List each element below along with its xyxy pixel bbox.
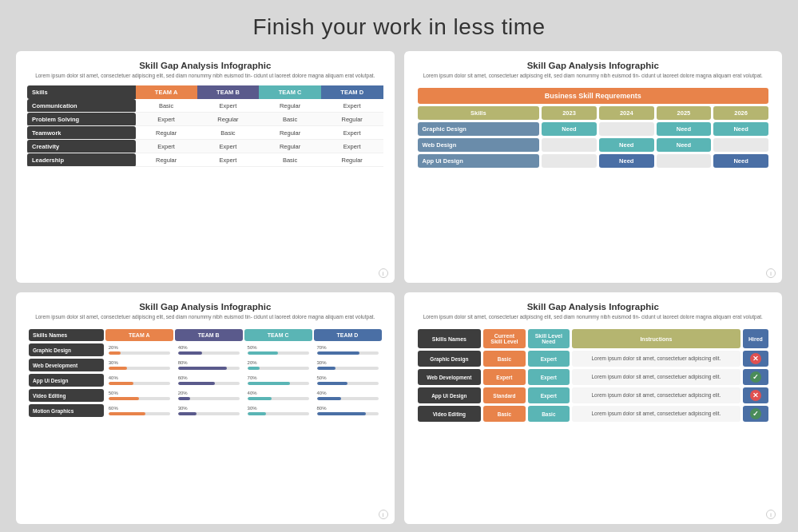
wd-2024: Need xyxy=(599,138,654,152)
progress-cell: 50% xyxy=(105,389,173,402)
hired-cell: ✓ xyxy=(743,406,768,422)
skill-value-cell: Expert xyxy=(321,126,383,140)
progress-cell: 80% xyxy=(175,359,243,371)
th-skills: Skills xyxy=(27,85,136,99)
progress-cell: 30% xyxy=(105,359,173,371)
skill-name-cell: Web Development xyxy=(418,369,482,385)
app-2023 xyxy=(542,154,597,168)
skill-value-cell: Regular xyxy=(321,153,383,167)
progress-cell: 80% xyxy=(314,404,382,417)
table-row: TeamworkRegularBasicRegularExpert xyxy=(27,126,383,140)
skill-name-cell: Leadership xyxy=(27,153,136,167)
hired-cell: ✕ xyxy=(743,351,768,367)
skill-value-cell: Regular xyxy=(136,126,197,140)
card1-subtitle: Lorem ipsum dolor sit amet, consectetuer… xyxy=(27,72,383,79)
wd-2025: Need xyxy=(657,138,712,152)
skill-value-cell: Basic xyxy=(259,153,321,167)
row-web-design: Web Design xyxy=(418,138,540,152)
cards-grid: Skill Gap Analysis Infographic Lorem ips… xyxy=(16,51,782,524)
gd-2024 xyxy=(599,122,654,136)
progress-cell: 40% xyxy=(105,374,173,387)
th-team-d: TEAM D xyxy=(321,85,383,99)
table-row: CommunicationBasicExpertRegularExpert xyxy=(27,99,383,113)
progress-cell: 40% xyxy=(175,343,243,356)
th-team-b: TEAM B xyxy=(197,85,260,99)
business-skill-header: Business Skill Requrements xyxy=(418,88,769,104)
th-team-c: TEAM C xyxy=(259,85,321,99)
skill-value-cell: Regular xyxy=(321,113,383,126)
card1: Skill Gap Analysis Infographic Lorem ips… xyxy=(16,51,395,283)
app-2026: Need xyxy=(713,154,768,168)
progress-cell: 40% xyxy=(244,389,312,402)
instructions-cell: Lorem ipsum dolor sit amet, consectetuer… xyxy=(572,387,740,403)
x-icon: ✕ xyxy=(750,353,761,364)
check-icon: ✓ xyxy=(750,408,761,419)
card4-subtitle: Lorem ipsum dolor sit amet, consectetuer… xyxy=(415,313,772,320)
card1-title: Skill Gap Analysis Infographic xyxy=(27,61,383,70)
progress-cell: 60% xyxy=(175,374,243,387)
col-2026: 2026 xyxy=(713,106,768,120)
table-row: Graphic DesignBasicExpertLorem ipsum dol… xyxy=(418,351,769,367)
table-row: CreativityExpertExpertRegularExpert xyxy=(27,140,383,153)
current-skill-cell: Basic xyxy=(483,406,525,422)
th4-skills: Skills Names xyxy=(418,329,482,348)
wd-2023 xyxy=(542,138,597,152)
current-skill-cell: Standard xyxy=(483,387,525,403)
progress-cell: 20% xyxy=(105,343,173,356)
hired-cell: ✕ xyxy=(743,387,768,403)
th4-current: CurrentSkill Level xyxy=(483,329,525,348)
skill-name-cell: Graphic Design xyxy=(418,351,482,367)
table-row: App Ui Design 40% 60% 70% 50% xyxy=(29,374,382,387)
progress-cell: 50% xyxy=(314,374,382,387)
x-icon: ✕ xyxy=(750,390,761,401)
card2-title: Skill Gap Analysis Infographic xyxy=(415,61,772,70)
skill-value-cell: Expert xyxy=(321,140,383,153)
table-row: Web Development 30% 80% 20% 30% xyxy=(29,359,382,371)
col-2024: 2024 xyxy=(599,106,654,120)
card3-title: Skill Gap Analysis Infographic xyxy=(27,302,383,312)
progress-cell: 30% xyxy=(314,359,382,371)
th3-team-d: TEAM D xyxy=(314,329,382,341)
card2: Skill Gap Analysis Infographic Lorem ips… xyxy=(404,51,783,283)
skill-value-cell: Basic xyxy=(136,99,197,113)
card3-table: Skills Names TEAM A TEAM B TEAM C TEAM D… xyxy=(27,327,383,419)
skill-name-cell: Creativity xyxy=(27,140,136,153)
progress-cell: 40% xyxy=(314,389,382,402)
page-title: Finish your work in less time xyxy=(252,14,545,40)
table-row: Motion Graphics 60% 30% 30% 80% xyxy=(29,404,382,417)
skill-name-cell: Communication xyxy=(27,99,136,113)
th3-team-b: TEAM B xyxy=(175,329,243,341)
skill-need-cell: Basic xyxy=(528,406,570,422)
row-graphic-design: Graphic Design xyxy=(418,122,540,136)
progress-cell: 70% xyxy=(244,374,312,387)
table-row: App Ui DesignStandardExpertLorem ipsum d… xyxy=(418,387,769,403)
skill-value-cell: Expert xyxy=(197,153,260,167)
card4: Skill Gap Analysis Infographic Lorem ips… xyxy=(404,292,783,524)
current-skill-cell: Expert xyxy=(483,369,525,385)
app-2024: Need xyxy=(599,154,654,168)
instructions-cell: Lorem ipsum dolor sit amet, consectetuer… xyxy=(572,406,740,422)
skill-value-cell: Expert xyxy=(197,99,260,113)
instructions-cell: Lorem ipsum dolor sit amet, consectetuer… xyxy=(572,369,740,385)
skill-name-cell: Video Editing xyxy=(418,406,482,422)
skill-name-cell: Teamwork xyxy=(27,126,136,140)
skill-name-cell: App Ui Design xyxy=(418,387,482,403)
table-row: Web DevelopmentExpertExpertLorem ipsum d… xyxy=(418,369,769,385)
skill-value-cell: Regular xyxy=(259,99,321,113)
progress-cell: 60% xyxy=(105,404,173,417)
skill-value-cell: Regular xyxy=(259,126,321,140)
progress-cell: 50% xyxy=(244,343,312,356)
skill-name-cell: Web Development xyxy=(29,359,104,371)
skill-value-cell: Expert xyxy=(136,140,197,153)
app-2025 xyxy=(657,154,712,168)
card4-table: Skills Names CurrentSkill Level Skill Le… xyxy=(415,327,772,424)
skill-need-cell: Expert xyxy=(528,387,570,403)
gd-2023: Need xyxy=(542,122,597,136)
table-row: LeadershipRegularExpertBasicRegular xyxy=(27,153,383,167)
table-row: Problem SolvingExpertRegularBasicRegular xyxy=(27,113,383,126)
skill-value-cell: Regular xyxy=(197,113,260,126)
card4-title: Skill Gap Analysis Infographic xyxy=(415,302,772,312)
skill-name-cell: Video Editing xyxy=(29,389,104,402)
card3-subtitle: Lorem ipsum dolor sit amet, consectetuer… xyxy=(27,313,383,320)
check-icon: ✓ xyxy=(750,371,761,383)
